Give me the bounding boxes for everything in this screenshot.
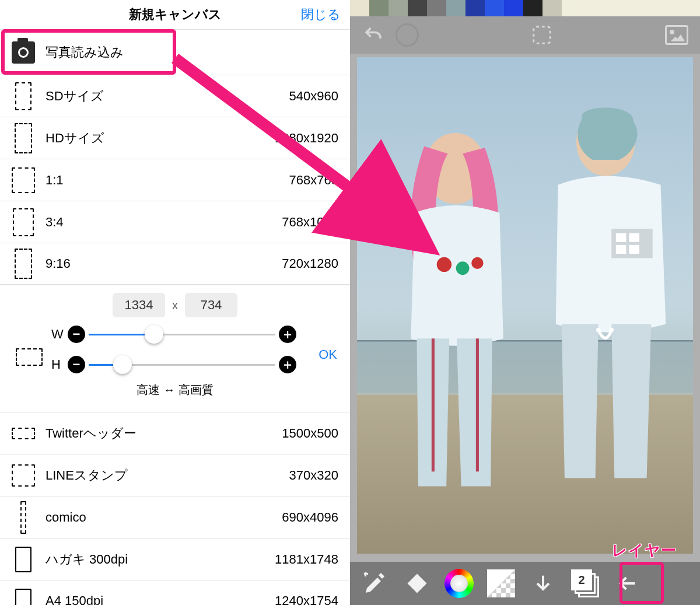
preset-row[interactable]: 1:1768x768 <box>0 159 350 201</box>
svg-point-11 <box>596 328 601 333</box>
svg-point-4 <box>471 257 483 269</box>
preset-label: SDサイズ <box>46 88 289 105</box>
preset-row[interactable]: 3:4768x1024 <box>0 201 350 243</box>
redo-disabled-icon <box>394 22 420 48</box>
layer-count: 2 <box>571 569 592 590</box>
editor-pane: 10% 2 レイヤー <box>350 0 700 605</box>
width-label: W <box>51 327 68 342</box>
height-label: H <box>51 357 68 372</box>
preset-dimensions: 768x768 <box>289 173 338 188</box>
preset-thumb-icon <box>13 208 34 236</box>
canvas[interactable] <box>357 57 693 554</box>
svg-point-12 <box>610 328 614 333</box>
preset-label: 3:4 <box>46 215 282 230</box>
custom-x-label: x <box>172 299 178 312</box>
brush-tool-button[interactable] <box>356 566 394 601</box>
preset-thumb-icon <box>12 167 35 193</box>
shape-tool-button[interactable] <box>398 566 436 601</box>
panel-title: 新規キャンバス <box>129 6 222 23</box>
undo-button[interactable] <box>360 22 386 48</box>
preset-dimensions: 1240x1754 <box>275 593 338 605</box>
download-button[interactable] <box>524 566 562 601</box>
preset-dimensions: 1500x500 <box>282 426 338 441</box>
preset-row[interactable]: Twitterヘッダー1500x500 <box>0 412 350 454</box>
annotation-label-layers: レイヤー <box>612 540 677 561</box>
custom-height-input[interactable]: 734 <box>185 293 237 317</box>
preset-label: comico <box>46 510 282 525</box>
preset-label: LINEスタンプ <box>46 467 289 484</box>
svg-rect-9 <box>616 245 626 254</box>
preset-row[interactable]: ハガキ 300dpi1181x1748 <box>0 538 350 580</box>
person-left <box>374 117 522 544</box>
import-photo-label: 写真読み込み <box>46 44 338 61</box>
transparency-button[interactable] <box>482 566 520 601</box>
tab-thumbnails[interactable] <box>350 0 700 16</box>
preset-dimensions: 1080x1920 <box>275 131 338 146</box>
preset-row[interactable]: A4 150dpi1240x1754 <box>0 580 350 605</box>
preset-row[interactable]: 9:16720x1280 <box>0 243 350 285</box>
preset-label: Twitterヘッダー <box>46 425 282 442</box>
back-button[interactable] <box>608 566 646 601</box>
width-minus-button[interactable]: − <box>68 326 85 343</box>
color-wheel-button[interactable]: 10% <box>440 566 478 601</box>
custom-thumb-icon <box>16 348 43 366</box>
preset-row[interactable]: LINEスタンプ370x320 <box>0 454 350 496</box>
color-wheel-icon: 10% <box>444 569 474 598</box>
preset-dimensions: 540x960 <box>289 89 338 104</box>
preset-thumb-icon <box>15 547 32 572</box>
new-canvas-panel: 新規キャンバス 閉じる 写真読み込み SDサイズ540x960HDサイズ1080… <box>0 0 350 605</box>
height-plus-button[interactable]: ＋ <box>279 356 296 373</box>
layers-button[interactable]: 2 <box>566 566 604 601</box>
svg-rect-7 <box>616 233 626 242</box>
preset-thumb-icon <box>15 123 32 153</box>
preset-label: 1:1 <box>46 173 289 188</box>
editor-bottom-toolbar: 10% 2 <box>350 562 700 605</box>
svg-rect-8 <box>629 233 639 242</box>
editor-top-toolbar <box>350 16 700 54</box>
quality-tradeoff-label: 高速 ↔ 高画質 <box>12 382 338 398</box>
svg-rect-10 <box>629 245 639 254</box>
checker-icon <box>487 569 515 597</box>
width-plus-button[interactable]: ＋ <box>279 326 296 343</box>
svg-point-3 <box>456 261 469 275</box>
preset-dimensions: 720x1280 <box>282 256 338 271</box>
preset-dimensions: 768x1024 <box>282 215 338 230</box>
preset-label: ハガキ 300dpi <box>46 551 275 568</box>
width-slider[interactable] <box>89 333 275 336</box>
photo-content <box>357 57 693 554</box>
preset-thumb-icon <box>15 249 32 279</box>
preset-thumb-icon <box>12 464 35 487</box>
preset-thumb-icon <box>20 501 26 534</box>
preset-thumb-icon <box>15 82 32 110</box>
preset-dimensions: 690x4096 <box>282 510 338 525</box>
person-right <box>525 97 686 544</box>
preset-row[interactable]: comico690x4096 <box>0 496 350 538</box>
camera-icon <box>12 41 35 64</box>
preset-label: 9:16 <box>46 256 282 271</box>
preset-thumb-icon <box>12 428 35 439</box>
preset-row[interactable]: HDサイズ1080x1920 <box>0 117 350 159</box>
preset-dimensions: 1181x1748 <box>275 552 338 567</box>
preset-label: A4 150dpi <box>46 593 275 605</box>
custom-size-block: 1334 x 734 W − ＋ <box>0 285 350 412</box>
opacity-label: 10% <box>452 579 467 588</box>
import-photo-row[interactable]: 写真読み込み <box>0 29 350 75</box>
panel-header: 新規キャンバス 閉じる <box>0 0 350 29</box>
svg-point-2 <box>437 257 452 272</box>
selection-button[interactable] <box>529 22 555 48</box>
height-slider[interactable] <box>89 363 275 366</box>
preset-dimensions: 370x320 <box>289 468 338 483</box>
svg-rect-0 <box>534 27 551 44</box>
close-button[interactable]: 閉じる <box>301 6 341 23</box>
height-minus-button[interactable]: − <box>68 356 85 373</box>
custom-width-input[interactable]: 1334 <box>113 293 165 317</box>
preset-thumb-icon <box>15 589 32 605</box>
preset-label: HDサイズ <box>46 130 275 147</box>
custom-ok-button[interactable]: OK <box>318 347 337 362</box>
gallery-button[interactable] <box>664 22 690 48</box>
preset-row[interactable]: SDサイズ540x960 <box>0 75 350 117</box>
